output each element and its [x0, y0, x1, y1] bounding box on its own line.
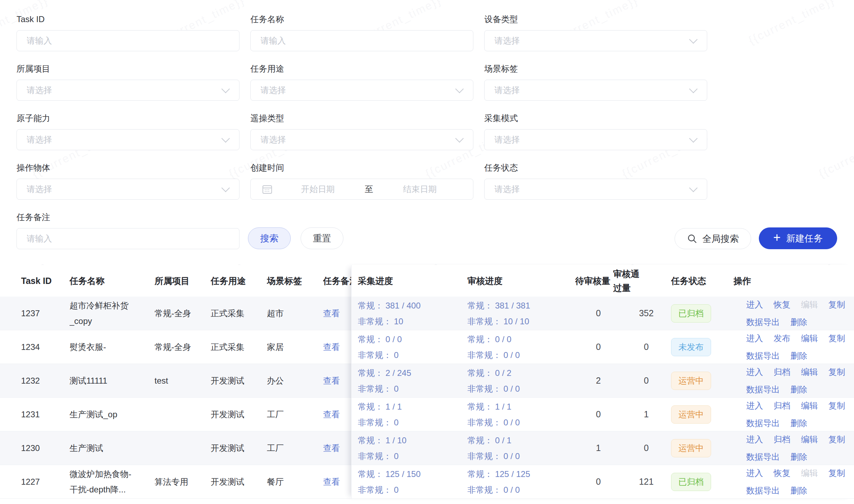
table-row-left-1231: 1231 生产测试_op 开发测试 工厂 查看: [0, 398, 351, 431]
review-irregular-link[interactable]: 非常规： 0 / 0: [467, 485, 520, 495]
action-export[interactable]: 数据导出: [746, 451, 780, 463]
action-copy[interactable]: 复制: [828, 332, 845, 344]
collect-irregular-link[interactable]: 非常规： 0: [358, 418, 399, 427]
task-name-cell: 生产测试_op: [70, 398, 155, 431]
project-select[interactable]: 请选择: [17, 80, 239, 101]
review-irregular-link[interactable]: 非常规： 10 / 10: [467, 317, 529, 326]
task-name-input[interactable]: [251, 31, 473, 51]
collect-regular-link[interactable]: 常规： 1 / 1: [358, 402, 402, 411]
collect-irregular-link[interactable]: 非常规： 10: [358, 317, 403, 326]
action-restore[interactable]: 恢复: [774, 299, 790, 311]
action-archive[interactable]: 归档: [774, 400, 790, 412]
atomic-ability-select[interactable]: 请选择: [17, 129, 239, 150]
collect-mode-select[interactable]: 请选择: [484, 129, 707, 150]
action-enter[interactable]: 进入: [746, 400, 763, 412]
device-type-select[interactable]: 请选择: [484, 30, 707, 51]
action-delete[interactable]: 删除: [790, 417, 807, 429]
actions-cell: 进入 恢复 编辑 复制 数据导出 删除: [734, 465, 854, 498]
action-edit[interactable]: 编辑: [801, 366, 818, 378]
collect-irregular-link[interactable]: 非常规： 0: [358, 384, 399, 393]
action-copy[interactable]: 复制: [828, 400, 845, 412]
view-remark-link[interactable]: 查看: [323, 476, 340, 488]
collect-regular-link[interactable]: 常规： 2 / 245: [358, 368, 411, 378]
actions-cell: 进入 归档 编辑 复制 数据导出 删除: [734, 364, 854, 397]
action-export[interactable]: 数据导出: [746, 384, 780, 396]
view-remark-link[interactable]: 查看: [323, 375, 340, 386]
collect-regular-link[interactable]: 常规： 125 / 150: [358, 469, 421, 479]
action-archive[interactable]: 归档: [774, 366, 790, 378]
task-name-cell: 微波炉加热食物-干扰-depth降...: [70, 465, 155, 498]
action-copy[interactable]: 复制: [828, 467, 845, 479]
task-status-select[interactable]: 请选择: [484, 179, 707, 200]
remark-cell: 查看: [323, 431, 351, 465]
view-remark-link[interactable]: 查看: [323, 308, 340, 319]
search-button[interactable]: 搜索: [248, 227, 291, 249]
action-edit[interactable]: 编辑: [801, 433, 818, 445]
create-time-range-picker[interactable]: 开始日期 至 结束日期: [250, 179, 473, 200]
scene-tag-select[interactable]: 请选择: [484, 80, 707, 101]
collect-regular-link[interactable]: 常规： 381 / 400: [358, 301, 421, 310]
review-regular-link[interactable]: 常规： 0 / 0: [467, 334, 511, 344]
action-enter[interactable]: 进入: [746, 366, 763, 378]
action-edit[interactable]: 编辑: [801, 400, 818, 412]
view-remark-link[interactable]: 查看: [323, 341, 340, 353]
purpose-select[interactable]: 请选择: [250, 80, 473, 101]
new-task-button[interactable]: + 新建任务: [759, 227, 837, 249]
reset-button[interactable]: 重置: [301, 227, 343, 249]
review-regular-link[interactable]: 常规： 381 / 381: [467, 301, 530, 310]
review-regular-link[interactable]: 常规： 0 / 1: [467, 436, 511, 445]
action-enter[interactable]: 进入: [746, 467, 763, 479]
action-enter[interactable]: 进入: [746, 332, 763, 344]
action-export[interactable]: 数据导出: [746, 316, 780, 328]
review-regular-link[interactable]: 常规： 125 / 125: [467, 469, 530, 479]
action-publish[interactable]: 发布: [774, 332, 790, 344]
action-enter[interactable]: 进入: [746, 299, 763, 311]
action-export[interactable]: 数据导出: [746, 350, 780, 362]
collect-irregular-link[interactable]: 非常规： 0: [358, 350, 399, 360]
action-delete[interactable]: 删除: [790, 384, 807, 396]
action-copy[interactable]: 复制: [828, 433, 845, 445]
action-enter[interactable]: 进入: [746, 433, 763, 445]
review-irregular-link[interactable]: 非常规： 0 / 0: [467, 418, 520, 427]
collect-irregular-link[interactable]: 非常规： 0: [358, 451, 399, 461]
select-placeholder: 请选择: [485, 184, 520, 195]
select-placeholder: 请选择: [251, 134, 286, 145]
action-delete[interactable]: 删除: [790, 350, 807, 362]
action-export[interactable]: 数据导出: [746, 417, 780, 429]
action-restore[interactable]: 恢复: [774, 467, 790, 479]
action-delete[interactable]: 删除: [790, 316, 807, 328]
action-copy[interactable]: 复制: [828, 366, 845, 378]
table-row-right-1234: 常规： 0 / 0 非常规： 0 常规： 0 / 0 非常规： 0 / 0 0 …: [352, 330, 854, 364]
teleop-type-select[interactable]: 请选择: [250, 129, 473, 150]
review-regular-link[interactable]: 常规： 0 / 2: [467, 368, 511, 378]
action-export[interactable]: 数据导出: [746, 485, 780, 497]
action-edit[interactable]: 编辑: [801, 467, 818, 479]
status-badge: 运营中: [671, 372, 711, 390]
operate-object-select[interactable]: 请选择: [17, 179, 239, 200]
field-label: 任务备注: [17, 211, 239, 223]
collect-irregular-link[interactable]: 非常规： 0: [358, 485, 399, 495]
review-irregular-link[interactable]: 非常规： 0 / 0: [467, 350, 520, 360]
collect-regular-link[interactable]: 常规： 1 / 10: [358, 436, 407, 445]
action-archive[interactable]: 归档: [774, 433, 790, 445]
review-progress-cell: 常规： 0 / 1 非常规： 0 / 0: [467, 431, 575, 465]
review-irregular-link[interactable]: 非常规： 0 / 0: [467, 384, 520, 393]
chevron-down-icon: [689, 134, 697, 142]
action-edit[interactable]: 编辑: [801, 299, 818, 311]
action-delete[interactable]: 删除: [790, 485, 807, 497]
action-copy[interactable]: 复制: [828, 299, 845, 311]
end-date-input[interactable]: 结束日期: [375, 184, 465, 195]
review-regular-link[interactable]: 常规： 1 / 1: [467, 402, 511, 411]
action-edit[interactable]: 编辑: [801, 332, 818, 344]
action-delete[interactable]: 删除: [790, 451, 807, 463]
start-date-input[interactable]: 开始日期: [273, 184, 363, 195]
review-irregular-link[interactable]: 非常规： 0 / 0: [467, 451, 520, 461]
status-cell: 运营中: [671, 364, 734, 397]
view-remark-link[interactable]: 查看: [323, 409, 340, 420]
task-id-cell: 1237: [0, 297, 70, 330]
collect-regular-link[interactable]: 常规： 0 / 0: [358, 334, 402, 344]
global-search-button[interactable]: 全局搜索: [675, 228, 751, 249]
task-id-input[interactable]: [17, 31, 239, 51]
view-remark-link[interactable]: 查看: [323, 443, 340, 454]
task-remark-input[interactable]: [17, 228, 239, 249]
